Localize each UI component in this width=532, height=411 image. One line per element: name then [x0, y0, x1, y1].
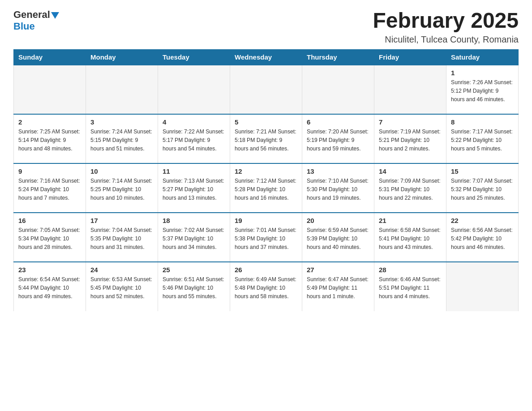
- title-block: February 2025 Niculitel, Tulcea County, …: [373, 9, 519, 45]
- calendar-cell-w2-d0: 9Sunrise: 7:16 AM Sunset: 5:24 PM Daylig…: [14, 163, 86, 213]
- calendar-week-1: 2Sunrise: 7:25 AM Sunset: 5:14 PM Daylig…: [14, 114, 519, 163]
- header-thursday: Thursday: [302, 49, 374, 65]
- calendar-cell-w1-d6: 8Sunrise: 7:17 AM Sunset: 5:22 PM Daylig…: [446, 114, 519, 163]
- day-number: 9: [18, 167, 81, 175]
- day-info: Sunrise: 6:53 AM Sunset: 5:45 PM Dayligh…: [90, 275, 153, 301]
- calendar-table: SundayMondayTuesdayWednesdayThursdayFrid…: [13, 49, 519, 311]
- day-number: 7: [379, 118, 442, 126]
- calendar-body: 1Sunrise: 7:26 AM Sunset: 5:12 PM Daylig…: [14, 65, 519, 311]
- calendar-cell-w0-d2: [158, 65, 230, 114]
- calendar-header-row: SundayMondayTuesdayWednesdayThursdayFrid…: [14, 49, 519, 65]
- main-title: February 2025: [373, 9, 519, 33]
- day-number: 18: [163, 217, 225, 224]
- day-info: Sunrise: 6:54 AM Sunset: 5:44 PM Dayligh…: [18, 275, 81, 301]
- day-number: 14: [379, 167, 442, 175]
- day-info: Sunrise: 7:13 AM Sunset: 5:27 PM Dayligh…: [163, 177, 225, 202]
- logo: General Blue: [13, 9, 59, 32]
- calendar-cell-w1-d0: 2Sunrise: 7:25 AM Sunset: 5:14 PM Daylig…: [14, 114, 86, 163]
- calendar-cell-w0-d6: 1Sunrise: 7:26 AM Sunset: 5:12 PM Daylig…: [446, 65, 519, 114]
- day-number: 26: [235, 266, 297, 274]
- calendar-week-3: 16Sunrise: 7:05 AM Sunset: 5:34 PM Dayli…: [14, 213, 519, 262]
- calendar-cell-w3-d3: 19Sunrise: 7:01 AM Sunset: 5:38 PM Dayli…: [230, 213, 302, 262]
- calendar-cell-w2-d4: 13Sunrise: 7:10 AM Sunset: 5:30 PM Dayli…: [302, 163, 374, 213]
- day-number: 4: [163, 118, 225, 126]
- day-info: Sunrise: 7:05 AM Sunset: 5:34 PM Dayligh…: [18, 226, 81, 252]
- calendar-cell-w4-d0: 23Sunrise: 6:54 AM Sunset: 5:44 PM Dayli…: [14, 262, 86, 311]
- calendar-cell-w3-d6: 22Sunrise: 6:56 AM Sunset: 5:42 PM Dayli…: [446, 213, 519, 262]
- header-friday: Friday: [374, 49, 446, 65]
- calendar-cell-w1-d2: 4Sunrise: 7:22 AM Sunset: 5:17 PM Daylig…: [158, 114, 230, 163]
- svg-marker-0: [51, 12, 59, 19]
- calendar-cell-w3-d1: 17Sunrise: 7:04 AM Sunset: 5:35 PM Dayli…: [86, 213, 158, 262]
- day-info: Sunrise: 6:59 AM Sunset: 5:39 PM Dayligh…: [307, 226, 369, 252]
- header-saturday: Saturday: [446, 49, 519, 65]
- day-info: Sunrise: 7:16 AM Sunset: 5:24 PM Dayligh…: [18, 177, 81, 202]
- calendar-header: SundayMondayTuesdayWednesdayThursdayFrid…: [14, 49, 519, 65]
- day-info: Sunrise: 7:22 AM Sunset: 5:17 PM Dayligh…: [163, 128, 225, 153]
- header-sunday: Sunday: [14, 49, 86, 65]
- header-wednesday: Wednesday: [230, 49, 302, 65]
- calendar-cell-w0-d0: [14, 65, 86, 114]
- calendar-cell-w1-d1: 3Sunrise: 7:24 AM Sunset: 5:15 PM Daylig…: [86, 114, 158, 163]
- day-number: 13: [307, 167, 369, 175]
- day-info: Sunrise: 7:09 AM Sunset: 5:31 PM Dayligh…: [379, 177, 442, 202]
- day-number: 24: [90, 266, 153, 274]
- header-tuesday: Tuesday: [158, 49, 230, 65]
- calendar-week-0: 1Sunrise: 7:26 AM Sunset: 5:12 PM Daylig…: [14, 65, 519, 114]
- day-info: Sunrise: 7:02 AM Sunset: 5:37 PM Dayligh…: [163, 226, 225, 252]
- calendar-cell-w4-d4: 27Sunrise: 6:47 AM Sunset: 5:49 PM Dayli…: [302, 262, 374, 311]
- day-number: 23: [18, 266, 81, 274]
- calendar-cell-w4-d6: [446, 262, 519, 311]
- calendar-cell-w0-d1: [86, 65, 158, 114]
- day-number: 16: [18, 217, 81, 224]
- day-info: Sunrise: 7:14 AM Sunset: 5:25 PM Dayligh…: [90, 177, 153, 202]
- calendar-cell-w0-d4: [302, 65, 374, 114]
- calendar-cell-w1-d5: 7Sunrise: 7:19 AM Sunset: 5:21 PM Daylig…: [374, 114, 446, 163]
- day-info: Sunrise: 7:20 AM Sunset: 5:19 PM Dayligh…: [307, 128, 369, 153]
- day-number: 3: [90, 118, 153, 126]
- day-number: 22: [451, 217, 514, 224]
- day-number: 25: [163, 266, 225, 274]
- day-number: 17: [90, 217, 153, 224]
- logo-general-text: General: [13, 9, 50, 21]
- day-info: Sunrise: 6:58 AM Sunset: 5:41 PM Dayligh…: [379, 226, 442, 252]
- calendar-cell-w0-d3: [230, 65, 302, 114]
- calendar-cell-w1-d3: 5Sunrise: 7:21 AM Sunset: 5:18 PM Daylig…: [230, 114, 302, 163]
- day-number: 21: [379, 217, 442, 224]
- calendar-cell-w2-d5: 14Sunrise: 7:09 AM Sunset: 5:31 PM Dayli…: [374, 163, 446, 213]
- day-info: Sunrise: 7:12 AM Sunset: 5:28 PM Dayligh…: [235, 177, 297, 202]
- day-info: Sunrise: 6:47 AM Sunset: 5:49 PM Dayligh…: [307, 275, 369, 301]
- calendar-cell-w2-d3: 12Sunrise: 7:12 AM Sunset: 5:28 PM Dayli…: [230, 163, 302, 213]
- day-info: Sunrise: 7:10 AM Sunset: 5:30 PM Dayligh…: [307, 177, 369, 202]
- calendar-cell-w3-d2: 18Sunrise: 7:02 AM Sunset: 5:37 PM Dayli…: [158, 213, 230, 262]
- day-number: 2: [18, 118, 81, 126]
- calendar-cell-w0-d5: [374, 65, 446, 114]
- day-info: Sunrise: 7:19 AM Sunset: 5:21 PM Dayligh…: [379, 128, 442, 153]
- day-number: 5: [235, 118, 297, 126]
- subtitle: Niculitel, Tulcea County, Romania: [373, 34, 519, 45]
- day-info: Sunrise: 6:49 AM Sunset: 5:48 PM Dayligh…: [235, 275, 297, 301]
- day-number: 28: [379, 266, 442, 274]
- day-number: 12: [235, 167, 297, 175]
- calendar-cell-w3-d0: 16Sunrise: 7:05 AM Sunset: 5:34 PM Dayli…: [14, 213, 86, 262]
- header-monday: Monday: [86, 49, 158, 65]
- day-info: Sunrise: 7:01 AM Sunset: 5:38 PM Dayligh…: [235, 226, 297, 252]
- day-info: Sunrise: 6:56 AM Sunset: 5:42 PM Dayligh…: [451, 226, 514, 252]
- calendar-cell-w1-d4: 6Sunrise: 7:20 AM Sunset: 5:19 PM Daylig…: [302, 114, 374, 163]
- day-number: 6: [307, 118, 369, 126]
- calendar-week-2: 9Sunrise: 7:16 AM Sunset: 5:24 PM Daylig…: [14, 163, 519, 213]
- calendar-cell-w3-d5: 21Sunrise: 6:58 AM Sunset: 5:41 PM Dayli…: [374, 213, 446, 262]
- day-info: Sunrise: 7:26 AM Sunset: 5:12 PM Dayligh…: [451, 78, 514, 104]
- calendar-cell-w2-d6: 15Sunrise: 7:07 AM Sunset: 5:32 PM Dayli…: [446, 163, 519, 213]
- day-info: Sunrise: 7:17 AM Sunset: 5:22 PM Dayligh…: [451, 128, 514, 153]
- calendar-cell-w4-d2: 25Sunrise: 6:51 AM Sunset: 5:46 PM Dayli…: [158, 262, 230, 311]
- day-info: Sunrise: 6:51 AM Sunset: 5:46 PM Dayligh…: [163, 275, 225, 301]
- day-info: Sunrise: 7:04 AM Sunset: 5:35 PM Dayligh…: [90, 226, 153, 252]
- day-info: Sunrise: 6:46 AM Sunset: 5:51 PM Dayligh…: [379, 275, 442, 301]
- calendar-week-4: 23Sunrise: 6:54 AM Sunset: 5:44 PM Dayli…: [14, 262, 519, 311]
- day-number: 15: [451, 167, 514, 175]
- day-info: Sunrise: 7:24 AM Sunset: 5:15 PM Dayligh…: [90, 128, 153, 153]
- calendar-cell-w2-d2: 11Sunrise: 7:13 AM Sunset: 5:27 PM Dayli…: [158, 163, 230, 213]
- calendar-cell-w4-d1: 24Sunrise: 6:53 AM Sunset: 5:45 PM Dayli…: [86, 262, 158, 311]
- calendar-cell-w4-d3: 26Sunrise: 6:49 AM Sunset: 5:48 PM Dayli…: [230, 262, 302, 311]
